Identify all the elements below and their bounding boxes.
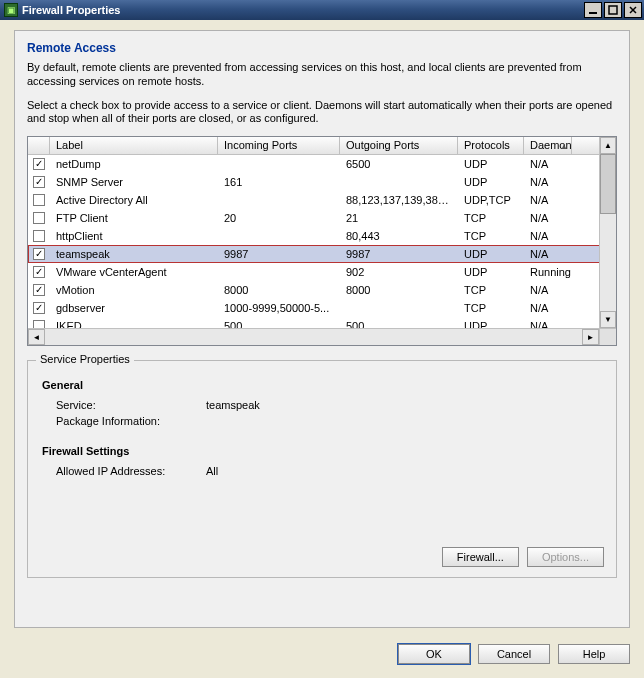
table-row[interactable]: FTP Client2021TCPN/A xyxy=(28,209,616,227)
cell-daemon: N/A xyxy=(524,193,589,207)
service-checkbox[interactable] xyxy=(33,284,45,296)
cell-label: vMotion xyxy=(50,283,218,297)
column-header-checkbox[interactable] xyxy=(28,137,50,154)
table-row[interactable]: gdbserver1000-9999,50000-5...TCPN/A xyxy=(28,299,616,317)
table-row[interactable]: SNMP Server161UDPN/A xyxy=(28,173,616,191)
cell-protocols: TCP xyxy=(458,301,524,315)
cell-outgoing: 21 xyxy=(340,211,458,225)
service-checkbox[interactable] xyxy=(33,230,45,242)
allowed-ip-label: Allowed IP Addresses: xyxy=(56,465,206,477)
cell-label: FTP Client xyxy=(50,211,218,225)
cell-incoming: 20 xyxy=(218,211,340,225)
cell-outgoing: 9987 xyxy=(340,247,458,261)
cell-daemon: Running xyxy=(524,265,589,279)
ok-button[interactable]: OK xyxy=(398,644,470,664)
title-bar: ▣ Firewall Properties xyxy=(0,0,644,20)
service-checkbox[interactable] xyxy=(33,266,45,278)
cell-daemon: N/A xyxy=(524,211,589,225)
table-row[interactable]: netDump6500UDPN/A xyxy=(28,155,616,173)
column-header-protocols[interactable]: Protocols xyxy=(458,137,524,154)
sort-indicator-icon: ▲ xyxy=(560,142,568,151)
cell-label: SNMP Server xyxy=(50,175,218,189)
cell-daemon: N/A xyxy=(524,175,589,189)
cell-daemon: N/A xyxy=(524,247,589,261)
cell-protocols: TCP xyxy=(458,211,524,225)
service-properties-legend: Service Properties xyxy=(36,353,134,365)
package-information-label: Package Information: xyxy=(56,415,206,427)
cell-outgoing xyxy=(340,307,458,309)
service-checkbox[interactable] xyxy=(33,212,45,224)
cell-daemon: N/A xyxy=(524,157,589,171)
section-remote-access-heading: Remote Access xyxy=(27,41,617,55)
scroll-right-arrow-icon[interactable]: ► xyxy=(582,329,599,345)
cell-outgoing: 6500 xyxy=(340,157,458,171)
svg-rect-0 xyxy=(589,12,597,14)
cell-incoming xyxy=(218,199,340,201)
cell-label: VMware vCenterAgent xyxy=(50,265,218,279)
table-row[interactable]: VMware vCenterAgent902UDPRunning xyxy=(28,263,616,281)
service-checkbox[interactable] xyxy=(33,248,45,260)
cell-incoming: 9987 xyxy=(218,247,340,261)
service-checkbox[interactable] xyxy=(33,176,45,188)
minimize-button[interactable] xyxy=(584,2,602,18)
service-value: teamspeak xyxy=(206,399,260,411)
options-button[interactable]: Options... xyxy=(527,547,604,567)
cell-label: httpClient xyxy=(50,229,218,243)
help-button[interactable]: Help xyxy=(558,644,630,664)
table-row[interactable]: httpClient80,443TCPN/A xyxy=(28,227,616,245)
cell-outgoing xyxy=(340,181,458,183)
general-heading: General xyxy=(42,379,604,391)
cell-incoming: 161 xyxy=(218,175,340,189)
cell-incoming: 1000-9999,50000-5... xyxy=(218,301,340,315)
column-header-incoming[interactable]: Incoming Ports xyxy=(218,137,340,154)
table-row[interactable]: vMotion80008000TCPN/A xyxy=(28,281,616,299)
cell-protocols: UDP xyxy=(458,157,524,171)
scroll-thumb[interactable] xyxy=(600,154,616,214)
cancel-button[interactable]: Cancel xyxy=(478,644,550,664)
svg-rect-1 xyxy=(609,6,617,14)
main-panel: Remote Access By default, remote clients… xyxy=(14,30,630,628)
cell-daemon: N/A xyxy=(524,301,589,315)
cell-outgoing: 88,123,137,139,389,... xyxy=(340,193,458,207)
firewall-settings-heading: Firewall Settings xyxy=(42,445,604,457)
cell-protocols: TCP xyxy=(458,283,524,297)
cell-incoming xyxy=(218,235,340,237)
cell-label: netDump xyxy=(50,157,218,171)
cell-daemon: N/A xyxy=(524,229,589,243)
app-icon: ▣ xyxy=(4,3,18,17)
maximize-button[interactable] xyxy=(604,2,622,18)
cell-daemon: N/A xyxy=(524,283,589,297)
scroll-left-arrow-icon[interactable]: ◄ xyxy=(28,329,45,345)
cell-protocols: TCP xyxy=(458,229,524,243)
service-checkbox[interactable] xyxy=(33,194,45,206)
scroll-down-arrow-icon[interactable]: ▼ xyxy=(600,311,616,328)
table-row[interactable]: teamspeak99879987UDPN/A xyxy=(28,245,616,263)
window-title: Firewall Properties xyxy=(22,4,582,16)
cell-label: gdbserver xyxy=(50,301,218,315)
column-header-label[interactable]: Label xyxy=(50,137,218,154)
cell-incoming xyxy=(218,271,340,273)
scroll-up-arrow-icon[interactable]: ▲ xyxy=(600,137,616,154)
scrollbar-corner xyxy=(599,328,616,345)
cell-protocols: UDP xyxy=(458,247,524,261)
service-checkbox[interactable] xyxy=(33,158,45,170)
description-2: Select a check box to provide access to … xyxy=(27,99,617,127)
service-checkbox[interactable] xyxy=(33,302,45,314)
services-list: Label Incoming Ports Outgoing Ports Prot… xyxy=(27,136,617,346)
close-button[interactable] xyxy=(624,2,642,18)
column-header-outgoing[interactable]: Outgoing Ports xyxy=(340,137,458,154)
cell-incoming xyxy=(218,163,340,165)
cell-outgoing: 80,443 xyxy=(340,229,458,243)
column-header-daemon[interactable]: Daemon▲ xyxy=(524,137,572,154)
cell-protocols: UDP xyxy=(458,175,524,189)
cell-protocols: UDP xyxy=(458,265,524,279)
description-1: By default, remote clients are prevented… xyxy=(27,61,617,89)
cell-label: Active Directory All xyxy=(50,193,218,207)
table-row[interactable]: Active Directory All88,123,137,139,389,.… xyxy=(28,191,616,209)
service-label: Service: xyxy=(56,399,206,411)
horizontal-scrollbar[interactable]: ◄ ► xyxy=(28,328,599,345)
cell-incoming: 8000 xyxy=(218,283,340,297)
firewall-button[interactable]: Firewall... xyxy=(442,547,519,567)
cell-protocols: UDP,TCP xyxy=(458,193,524,207)
vertical-scrollbar[interactable]: ▲ ▼ xyxy=(599,137,616,328)
